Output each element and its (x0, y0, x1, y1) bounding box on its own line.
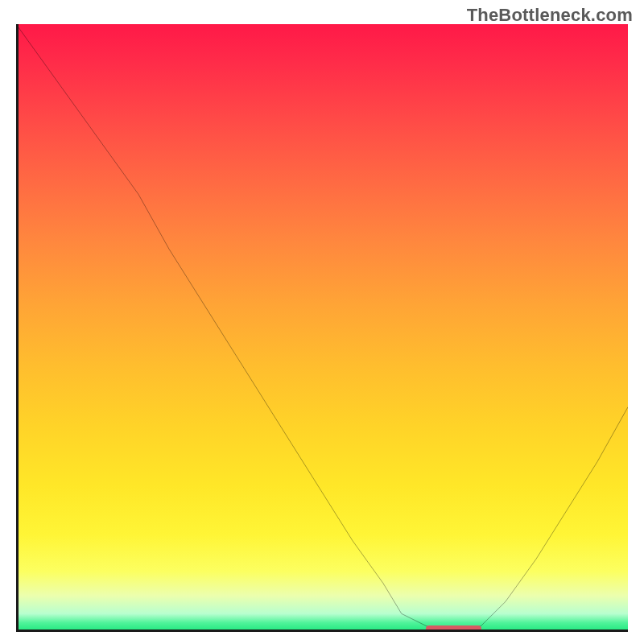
x-axis (16, 630, 628, 632)
watermark-text: TheBottleneck.com (467, 5, 633, 26)
plot-area (16, 24, 628, 632)
curve-layer (16, 24, 628, 632)
bottleneck-curve (16, 24, 628, 632)
y-axis (16, 24, 19, 632)
chart-container: TheBottleneck.com (0, 0, 644, 644)
